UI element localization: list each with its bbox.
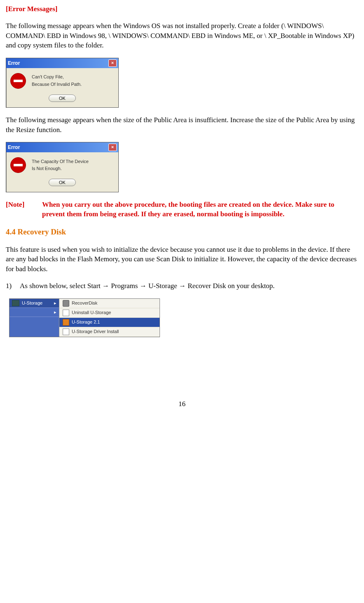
list-text: As shown below, select Start → Programs … bbox=[20, 281, 275, 291]
dialog-title: Error bbox=[8, 144, 20, 151]
folder-icon bbox=[12, 300, 19, 306]
chevron-right-icon: ▸ bbox=[54, 309, 56, 315]
dialog-body: The Capacity Of The Device Is Not Enough… bbox=[6, 152, 118, 175]
note-text: When you carry out the above procedure, … bbox=[42, 200, 358, 219]
section-heading-recovery: 4.4 Recovery Disk bbox=[6, 227, 358, 237]
dialog-line-2: Because Of Invalid Path. bbox=[32, 81, 82, 88]
menu-empty-row: x ▸ bbox=[9, 308, 59, 317]
paragraph-2: The following message appears when the s… bbox=[6, 115, 358, 135]
dialog-line-1: The Capacity Of The Device bbox=[32, 158, 89, 166]
error-messages-heading: [Error Messages] bbox=[6, 4, 358, 14]
menu-item-recoverdisk[interactable]: RecoverDisk bbox=[59, 299, 160, 308]
dialog-button-row: OK bbox=[6, 175, 118, 192]
menu-right-column: RecoverDisk Uninstall U-Storage U-Storag… bbox=[59, 299, 160, 337]
install-icon bbox=[63, 329, 69, 335]
app-icon bbox=[63, 319, 69, 326]
menu-folder-ustorage[interactable]: U-Storage ▸ bbox=[9, 299, 59, 308]
disk-icon bbox=[63, 300, 69, 307]
menu-left-column: U-Storage ▸ x ▸ bbox=[9, 299, 59, 337]
menu-item-label: RecoverDisk bbox=[72, 300, 97, 306]
chevron-right-icon: ▸ bbox=[54, 300, 56, 306]
note-block: [Note] When you carry out the above proc… bbox=[6, 200, 358, 219]
menu-item-uninstall[interactable]: Uninstall U-Storage bbox=[59, 308, 160, 318]
error-dialog-2: Error × The Capacity Of The Device Is No… bbox=[6, 142, 119, 192]
note-label: [Note] bbox=[6, 200, 42, 219]
dialog-message: The Capacity Of The Device Is Not Enough… bbox=[32, 158, 89, 173]
ok-button[interactable]: OK bbox=[49, 95, 76, 102]
start-menu-screenshot: U-Storage ▸ x ▸ RecoverDisk Uninstall U-… bbox=[9, 298, 160, 337]
close-icon[interactable]: × bbox=[108, 59, 117, 67]
paragraph-3: This feature is used when you wish to in… bbox=[6, 245, 358, 274]
error-dialog-1: Error × Can't Copy File, Because Of Inva… bbox=[6, 58, 119, 108]
close-icon[interactable]: × bbox=[108, 144, 117, 151]
paragraph-1: The following message appears when the W… bbox=[6, 21, 358, 50]
menu-item-label: Uninstall U-Storage bbox=[72, 310, 111, 316]
dialog-button-row: OK bbox=[6, 91, 118, 107]
dialog-titlebar: Error × bbox=[6, 58, 118, 68]
menu-item-ustorage21[interactable]: U-Storage 2.1 bbox=[59, 318, 160, 327]
uninstall-icon bbox=[63, 310, 69, 316]
page-number: 16 bbox=[6, 399, 358, 409]
menu-item-label: U-Storage 2.1 bbox=[72, 319, 100, 325]
ok-button[interactable]: OK bbox=[49, 179, 76, 186]
dialog-line-2: Is Not Enough. bbox=[32, 165, 89, 173]
dialog-body: Can't Copy File, Because Of Invalid Path… bbox=[6, 68, 118, 91]
dialog-line-1: Can't Copy File, bbox=[32, 73, 82, 81]
dialog-titlebar: Error × bbox=[6, 142, 118, 152]
error-icon bbox=[10, 73, 26, 89]
menu-label: U-Storage bbox=[22, 300, 42, 306]
dialog-title: Error bbox=[8, 60, 20, 67]
list-number: 1) bbox=[6, 281, 20, 291]
menu-item-driver-install[interactable]: U-Storage Driver Install bbox=[59, 327, 160, 337]
dialog-message: Can't Copy File, Because Of Invalid Path… bbox=[32, 73, 82, 88]
list-item-1: 1) As shown below, select Start → Progra… bbox=[6, 281, 358, 291]
menu-item-label: U-Storage Driver Install bbox=[72, 329, 119, 335]
error-icon bbox=[10, 157, 26, 173]
